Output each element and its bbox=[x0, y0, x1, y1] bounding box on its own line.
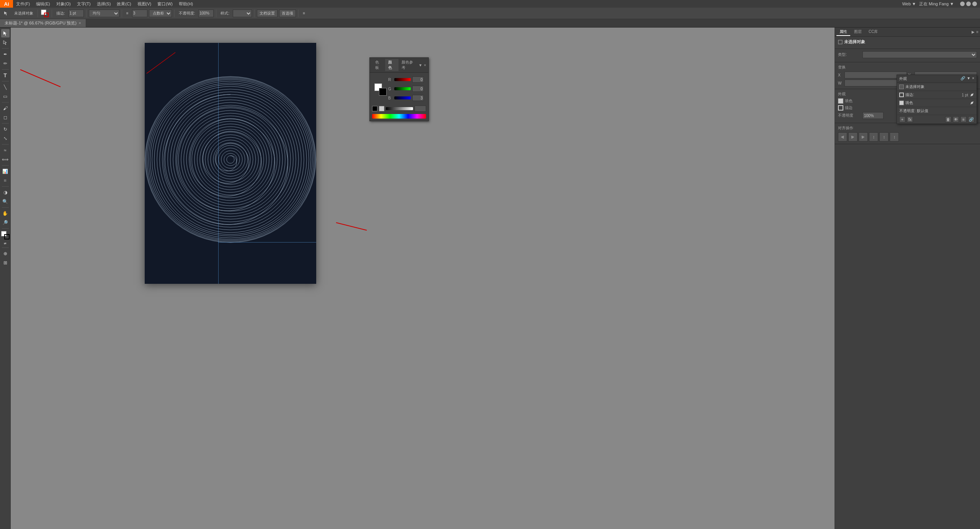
right-panel-tabs: 属性 图层 CC库 ▶ ≡ bbox=[835, 28, 980, 37]
panel-collapse-icon[interactable]: ▶ bbox=[972, 30, 975, 34]
tool-pen[interactable]: ✒ bbox=[1, 50, 10, 59]
align-top-btn[interactable]: ⫶ bbox=[869, 132, 878, 142]
tool-type[interactable]: T bbox=[1, 71, 10, 80]
preferences-button[interactable]: 首选项 bbox=[279, 10, 296, 17]
fill-color-swatch[interactable] bbox=[899, 101, 904, 105]
tool-direct-selection[interactable] bbox=[1, 38, 10, 47]
svg-line-37 bbox=[336, 223, 367, 230]
fill-pencil-icon[interactable] bbox=[970, 101, 974, 105]
menu-edit[interactable]: 编辑(E) bbox=[33, 0, 53, 8]
tool-graph[interactable]: 📊 bbox=[1, 167, 10, 176]
swap-colors-icon[interactable]: ⇄ bbox=[4, 242, 7, 245]
fg-bg-swatches[interactable] bbox=[374, 83, 387, 96]
panel-expand-icon[interactable]: ▼ bbox=[418, 63, 422, 67]
stroke-width-input[interactable] bbox=[69, 10, 84, 17]
gray-value[interactable] bbox=[415, 106, 426, 112]
opacity-input[interactable] bbox=[198, 10, 214, 17]
tool-line[interactable]: ╲ bbox=[1, 83, 10, 91]
close-button[interactable] bbox=[972, 2, 977, 6]
appearance-panel-header[interactable]: 外观 🔗 ▼ × bbox=[897, 75, 977, 83]
document-tab[interactable]: 未标题-1* @ 66.67% (RGB/GPU 预览) × bbox=[0, 19, 86, 27]
appear-pin-icon[interactable]: 🔗 bbox=[960, 76, 965, 81]
gray-swatch[interactable] bbox=[379, 106, 384, 111]
stroke-color-indicator[interactable] bbox=[40, 9, 49, 18]
g-value[interactable] bbox=[412, 86, 424, 92]
color-panel-header[interactable]: 色板 颜色 颜色参考 ▼ × bbox=[370, 58, 428, 73]
panel-close-icon[interactable]: × bbox=[424, 63, 426, 67]
tool-hand[interactable]: ✋ bbox=[1, 209, 10, 218]
tool-selection[interactable] bbox=[1, 29, 10, 37]
appear-fx-btn[interactable]: fx bbox=[907, 116, 913, 122]
gray-slider[interactable] bbox=[386, 107, 413, 110]
tool-gradient[interactable]: ◑ bbox=[1, 188, 10, 197]
menu-view[interactable]: 视图(V) bbox=[134, 0, 155, 8]
type-select[interactable] bbox=[862, 51, 977, 58]
style-select[interactable] bbox=[233, 10, 252, 17]
arrange-icon[interactable]: ≡ bbox=[301, 10, 307, 16]
stroke-swatch[interactable] bbox=[838, 105, 843, 111]
r-value[interactable] bbox=[412, 77, 424, 83]
document-settings-button[interactable]: 文档设置 bbox=[257, 10, 278, 17]
tool-extra-1[interactable]: ⊕ bbox=[1, 249, 10, 258]
fill-swatch[interactable] bbox=[838, 98, 843, 104]
stroke-pencil-icon[interactable] bbox=[970, 93, 974, 97]
b-value[interactable] bbox=[412, 95, 424, 101]
document-tab-close[interactable]: × bbox=[79, 21, 81, 25]
tab-color-guide[interactable]: 颜色参考 bbox=[399, 59, 419, 71]
black-swatch[interactable] bbox=[372, 106, 377, 111]
tool-zoom[interactable]: 🔎 bbox=[1, 218, 10, 227]
tab-swatches[interactable]: 色板 bbox=[372, 59, 385, 71]
tool-fill-stroke[interactable] bbox=[1, 231, 10, 239]
r-slider[interactable] bbox=[394, 78, 411, 81]
tool-extra-2[interactable]: ⊞ bbox=[1, 259, 10, 267]
appear-row-stroke[interactable]: 描边: 1 pt bbox=[897, 91, 977, 99]
width-profile-select[interactable]: 均匀 bbox=[89, 10, 119, 17]
appear-row-fill[interactable]: 填色 bbox=[897, 99, 977, 107]
toolbar: 未选择对象 描边: 均匀 ≡ 点数框 不透明度: 样式: 文档设置 首选项 ≡ bbox=[0, 8, 980, 19]
appear-menu-btn[interactable]: ≡ bbox=[960, 116, 967, 122]
tool-warp[interactable]: ≈ bbox=[1, 146, 10, 155]
brush-size-input[interactable] bbox=[132, 10, 147, 17]
menu-type[interactable]: 文字(T) bbox=[74, 0, 94, 8]
align-bottom-btn[interactable]: ⫶ bbox=[890, 132, 899, 142]
tool-scale[interactable]: ⤡ bbox=[1, 134, 10, 143]
tab-color[interactable]: 颜色 bbox=[385, 59, 398, 71]
tool-eyedropper[interactable]: 🔍 bbox=[1, 197, 10, 206]
tool-rectangle[interactable]: ▭ bbox=[1, 92, 10, 101]
b-slider[interactable] bbox=[394, 96, 411, 99]
appear-eye-btn[interactable]: 👁 bbox=[953, 116, 959, 122]
minimize-button[interactable] bbox=[960, 2, 965, 6]
opacity-row-input[interactable] bbox=[862, 112, 884, 119]
tool-rotate[interactable]: ↻ bbox=[1, 125, 10, 133]
appear-close-icon[interactable]: × bbox=[972, 76, 974, 81]
tool-stroke[interactable] bbox=[4, 234, 10, 239]
tool-width[interactable]: ⟺ bbox=[1, 155, 10, 164]
menu-window[interactable]: 窗口(W) bbox=[154, 0, 176, 8]
background-color[interactable] bbox=[379, 88, 387, 96]
tool-slice[interactable]: ⌗ bbox=[1, 176, 10, 185]
panel-menu-icon[interactable]: ≡ bbox=[976, 30, 978, 34]
size-unit-select[interactable]: 点数框 bbox=[149, 10, 172, 17]
g-slider[interactable] bbox=[394, 87, 411, 90]
align-right-btn[interactable]: ⫸ bbox=[859, 132, 868, 142]
tab-properties[interactable]: 属性 bbox=[836, 28, 850, 36]
align-center-v-btn[interactable]: ⫶ bbox=[879, 132, 889, 142]
menu-select[interactable]: 选择(S) bbox=[94, 0, 114, 8]
maximize-button[interactable] bbox=[966, 2, 971, 6]
menu-object[interactable]: 对象(O) bbox=[53, 0, 74, 8]
tool-pencil[interactable]: ✏ bbox=[1, 59, 10, 68]
menu-effect[interactable]: 效果(C) bbox=[114, 0, 134, 8]
menu-file[interactable]: 文件(F) bbox=[13, 0, 33, 8]
align-left-btn[interactable]: ⫷ bbox=[838, 132, 847, 142]
appear-expand-icon[interactable]: ▼ bbox=[967, 76, 970, 81]
appear-link-btn[interactable]: 🔗 bbox=[968, 116, 974, 122]
tool-eraser[interactable]: ◻ bbox=[1, 113, 10, 122]
appear-delete-btn[interactable]: 🗑 bbox=[945, 116, 951, 122]
appear-add-btn[interactable]: + bbox=[899, 116, 905, 122]
tab-cc-libraries[interactable]: CC库 bbox=[866, 28, 881, 36]
color-spectrum[interactable] bbox=[372, 114, 426, 119]
tool-paintbrush[interactable]: 🖌 bbox=[1, 104, 10, 112]
align-center-h-btn[interactable]: ⫸ bbox=[848, 132, 858, 142]
menu-help[interactable]: 帮助(H) bbox=[176, 0, 196, 8]
tab-layers[interactable]: 图层 bbox=[851, 28, 865, 36]
